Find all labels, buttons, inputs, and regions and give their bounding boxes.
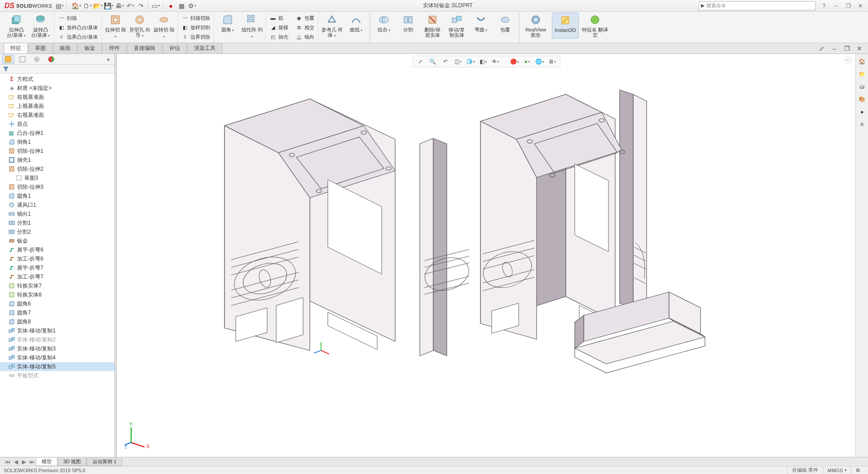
custom-props-tab[interactable]: ≡: [857, 120, 867, 129]
instant3d-button[interactable]: Instant3D: [552, 13, 579, 39]
shell-button[interactable]: ◰抽壳: [268, 32, 290, 41]
open-button[interactable]: 📂: [93, 1, 103, 10]
boundary-cut-button[interactable]: ◊边界切除: [180, 32, 212, 41]
tree-node[interactable]: 展平-折弯6: [0, 245, 115, 254]
undo-button[interactable]: ↶: [125, 1, 135, 10]
feature-translate-button[interactable]: 特征名 翻译宏: [582, 13, 608, 39]
swept-cut-button[interactable]: 〰扫描切除: [180, 13, 212, 22]
tree-node[interactable]: 分割1: [0, 218, 115, 227]
select-button[interactable]: ▭: [151, 1, 161, 10]
tree-node[interactable]: 前视基准面: [0, 93, 115, 102]
tab-render[interactable]: 渲染工具: [187, 43, 222, 53]
tab-directedit[interactable]: 直接编辑: [127, 43, 162, 53]
resources-tab[interactable]: 🏠: [857, 57, 867, 66]
combine-button[interactable]: 组合: [373, 13, 395, 39]
tree-node[interactable]: 切除-拉伸2: [0, 164, 115, 173]
rib-button[interactable]: ▬筋: [268, 13, 290, 22]
tree-node[interactable]: 圆角6: [0, 299, 115, 308]
new-button[interactable]: 🗋: [82, 1, 92, 10]
tree-node[interactable]: Σ方程式: [0, 75, 115, 84]
print-button[interactable]: 🖶: [115, 1, 124, 10]
tree-node[interactable]: 分割2: [0, 227, 115, 236]
curves-button[interactable]: 曲线: [345, 13, 367, 40]
linear-pattern-button[interactable]: 线性阵 列: [241, 13, 263, 40]
tree-node[interactable]: 圆角7: [0, 308, 115, 317]
intersect-button[interactable]: ⧉相交: [294, 23, 316, 32]
revolve-boss-button[interactable]: 旋转凸 台/基体: [30, 13, 51, 40]
tree-node[interactable]: 抽壳1: [0, 155, 115, 164]
status-extra-button[interactable]: ⊞: [851, 466, 864, 474]
tree-node[interactable]: 实体-移动/复制4: [0, 353, 115, 362]
tab-sheetmetal[interactable]: 钣金: [78, 43, 102, 53]
tree-node[interactable]: 展平-折弯7: [0, 263, 115, 272]
realview-button[interactable]: RealView 图形: [522, 13, 549, 39]
wrap-button[interactable]: ◉包覆: [294, 13, 316, 22]
tab-nav-prev[interactable]: ◀: [12, 458, 20, 465]
filter-bar[interactable]: [0, 65, 115, 74]
fm-tree-tab[interactable]: [2, 55, 14, 64]
options-button[interactable]: ▦: [176, 1, 186, 10]
tree-node[interactable]: 通风口1: [0, 200, 115, 209]
tree-node[interactable]: 凸台-拉伸1: [0, 128, 115, 137]
tree-node[interactable]: 圆角8: [0, 317, 115, 326]
tree-node[interactable]: 实体-移动/复制5: [0, 362, 115, 371]
rebuild-button[interactable]: ●: [166, 1, 176, 10]
status-units[interactable]: MMGS ▾: [823, 466, 851, 474]
doc-close-button[interactable]: ✕: [855, 44, 864, 53]
tree-node[interactable]: 原点: [0, 120, 115, 128]
move-copy-button[interactable]: 移动/复 制实体: [446, 13, 467, 39]
help-button[interactable]: ?: [818, 1, 830, 10]
extrude-boss-button[interactable]: 拉伸凸 台/基体: [5, 13, 27, 40]
design-library-tab[interactable]: 📁: [857, 69, 867, 79]
file-explorer-tab[interactable]: 🗂: [857, 82, 867, 92]
mirror-button[interactable]: ⧋镜向: [294, 32, 316, 41]
fillet-button[interactable]: 圆角: [217, 13, 238, 40]
3dviews-tab[interactable]: 3D 视图: [57, 458, 87, 466]
tab-features[interactable]: 特征: [4, 43, 28, 53]
doc-max-button[interactable]: ❐: [842, 44, 852, 53]
loft-button[interactable]: ◧放样凸台/基体: [56, 23, 100, 32]
minimize-button[interactable]: –: [830, 1, 842, 10]
redo-button[interactable]: ↷: [136, 1, 146, 10]
boundary-button[interactable]: ◊边界凸台/基体: [56, 32, 100, 41]
refgeom-button[interactable]: 参考几 何体: [321, 13, 343, 40]
graphics-viewport[interactable]: ⤢ 🔍 ↶ ◫ 🧊 ◧ 👁 🔴 ● 🌐 🖥 ⦿: [117, 54, 855, 457]
tree-node[interactable]: ◈材质 <未指定>: [0, 84, 115, 93]
tab-expand-button[interactable]: ⤢: [817, 44, 827, 53]
flex-button[interactable]: 弯曲: [470, 13, 492, 39]
tab-sketch[interactable]: 草图: [28, 43, 53, 53]
close-button[interactable]: ✕: [855, 1, 866, 10]
loft-cut-button[interactable]: ◧放样切割: [180, 23, 212, 32]
tree-node[interactable]: 实体-移动/复制2: [0, 335, 115, 344]
search-command-box[interactable]: ▶ 搜索命令: [699, 1, 815, 10]
tree-node[interactable]: 上视基准面: [0, 102, 115, 111]
home-button[interactable]: 🏠: [71, 1, 81, 10]
draft-button[interactable]: ◢拔模: [268, 23, 290, 32]
tree-node[interactable]: 草图3: [0, 173, 115, 182]
wrap2-button[interactable]: 包覆: [494, 13, 516, 39]
tree-node[interactable]: 转换实体8: [0, 290, 115, 299]
tree-node[interactable]: 切除-拉伸1: [0, 146, 115, 155]
maximize-button[interactable]: ❐: [842, 1, 854, 10]
extrude-cut-button[interactable]: 拉伸切 除: [105, 13, 126, 40]
tree-node[interactable]: 加工-折弯6: [0, 254, 115, 263]
tree-node[interactable]: 镜向1: [0, 209, 115, 218]
tree-node[interactable]: 平板型式: [0, 371, 115, 380]
tab-weldments[interactable]: 焊件: [102, 43, 127, 53]
tree-node[interactable]: 钣金: [0, 236, 115, 245]
tree-node[interactable]: 加工-折弯7: [0, 272, 115, 281]
property-mgr-tab[interactable]: [16, 55, 29, 64]
dim-mgr-tab[interactable]: [45, 55, 57, 64]
view-triad[interactable]: X Y Z: [125, 422, 152, 449]
tab-nav-first[interactable]: ⏮: [4, 458, 12, 465]
delete-body-button[interactable]: 删除/保 留实体: [422, 13, 443, 39]
view-palette-tab[interactable]: 🎨: [857, 94, 867, 104]
tab-surfaces[interactable]: 曲面: [53, 43, 77, 53]
tree-node[interactable]: 转换实体7: [0, 281, 115, 290]
panel-collapse-arrow[interactable]: ▸: [105, 56, 113, 62]
sweep-button[interactable]: 〰扫描: [56, 13, 100, 22]
tree-node[interactable]: 倒角1: [0, 137, 115, 146]
tab-nav-next[interactable]: ▶: [20, 458, 28, 465]
config-mgr-tab[interactable]: [31, 55, 43, 64]
tree-node[interactable]: 实体-移动/复制3: [0, 344, 115, 353]
